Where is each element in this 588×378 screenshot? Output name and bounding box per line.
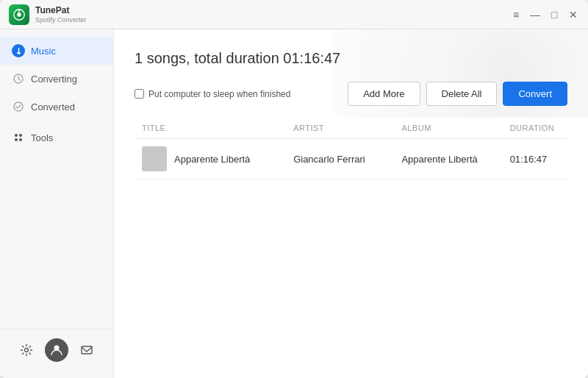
app-subtitle: Spotify Converter bbox=[35, 16, 87, 24]
sidebar-item-music-label: Music bbox=[31, 46, 56, 57]
app-name-block: TunePat Spotify Converter bbox=[35, 5, 87, 23]
title-bar: TunePat Spotify Converter ≡ — □ ✕ bbox=[0, 0, 588, 29]
svg-rect-12 bbox=[82, 346, 92, 354]
svg-point-3 bbox=[18, 51, 20, 54]
app-window: TunePat Spotify Converter ≡ — □ ✕ Music bbox=[0, 0, 588, 378]
menu-icon[interactable]: ≡ bbox=[510, 9, 522, 21]
track-artist: Giancarlo Ferrari bbox=[286, 139, 394, 179]
content-header: 1 songs, total duration 01:16:47 bbox=[114, 29, 588, 82]
close-button[interactable]: ✕ bbox=[567, 9, 579, 21]
content: 1 songs, total duration 01:16:47 Put com… bbox=[114, 29, 588, 378]
track-album: Apparente Libertà bbox=[394, 139, 502, 179]
minimize-button[interactable]: — bbox=[529, 9, 541, 21]
title-bar-left: TunePat Spotify Converter bbox=[9, 4, 87, 25]
title-bar-controls: ≡ — □ ✕ bbox=[510, 9, 579, 21]
maximize-button[interactable]: □ bbox=[548, 9, 560, 21]
track-duration: 01:16:47 bbox=[503, 139, 567, 179]
sidebar-item-converting-label: Converting bbox=[31, 74, 77, 85]
sidebar-item-converted-label: Converted bbox=[31, 101, 75, 113]
avatar[interactable] bbox=[45, 338, 68, 362]
sidebar-item-music[interactable]: Music bbox=[0, 37, 113, 65]
tracks-table: TITLE ARTIST ALBUM DURATION Apparente Li… bbox=[135, 118, 567, 179]
toolbar-left: Put computer to sleep when finished bbox=[135, 89, 340, 99]
main-layout: Music Converting Conve bbox=[0, 29, 588, 378]
converted-icon bbox=[12, 100, 25, 113]
sidebar-item-tools[interactable]: Tools bbox=[0, 124, 113, 151]
sidebar-bottom bbox=[0, 329, 113, 371]
track-title-cell: Apparente Libertà bbox=[135, 139, 286, 179]
music-icon bbox=[12, 44, 25, 57]
toolbar-right: Add More Delete All Convert bbox=[348, 82, 567, 106]
convert-button[interactable]: Convert bbox=[503, 82, 567, 106]
sidebar-item-converted[interactable]: Converted bbox=[0, 93, 113, 121]
svg-point-6 bbox=[15, 134, 18, 137]
sidebar-item-tools-label: Tools bbox=[31, 132, 53, 143]
tools-icon bbox=[12, 131, 25, 144]
sleep-checkbox[interactable] bbox=[135, 89, 144, 99]
table-row: Apparente Libertà Giancarlo Ferrari Appa… bbox=[135, 139, 567, 179]
svg-point-9 bbox=[19, 138, 22, 141]
toolbar: Put computer to sleep when finished Add … bbox=[114, 82, 588, 118]
sleep-label-text: Put computer to sleep when finished bbox=[148, 89, 290, 99]
add-more-button[interactable]: Add More bbox=[348, 82, 420, 106]
sleep-checkbox-label[interactable]: Put computer to sleep when finished bbox=[135, 89, 290, 99]
app-name: TunePat bbox=[35, 5, 87, 15]
track-thumbnail bbox=[142, 146, 167, 171]
sidebar-item-converting[interactable]: Converting bbox=[0, 65, 113, 93]
svg-point-1 bbox=[17, 13, 21, 16]
col-header-title: TITLE bbox=[135, 118, 286, 139]
mail-icon[interactable] bbox=[75, 338, 98, 362]
col-header-artist: ARTIST bbox=[286, 118, 394, 139]
converting-icon bbox=[12, 72, 25, 85]
songs-summary: 1 songs, total duration 01:16:47 bbox=[135, 50, 567, 67]
delete-all-button[interactable]: Delete All bbox=[426, 82, 498, 106]
svg-point-10 bbox=[25, 349, 29, 352]
app-logo bbox=[9, 4, 29, 25]
svg-point-7 bbox=[19, 134, 22, 137]
settings-icon[interactable] bbox=[15, 338, 38, 362]
track-title: Apparente Libertà bbox=[174, 154, 250, 165]
table-header-row: TITLE ARTIST ALBUM DURATION bbox=[135, 118, 567, 139]
col-header-album: ALBUM bbox=[394, 118, 502, 139]
sidebar: Music Converting Conve bbox=[0, 29, 114, 378]
svg-point-8 bbox=[15, 138, 18, 141]
col-header-duration: DURATION bbox=[503, 118, 567, 139]
table-container: TITLE ARTIST ALBUM DURATION Apparente Li… bbox=[114, 118, 588, 378]
